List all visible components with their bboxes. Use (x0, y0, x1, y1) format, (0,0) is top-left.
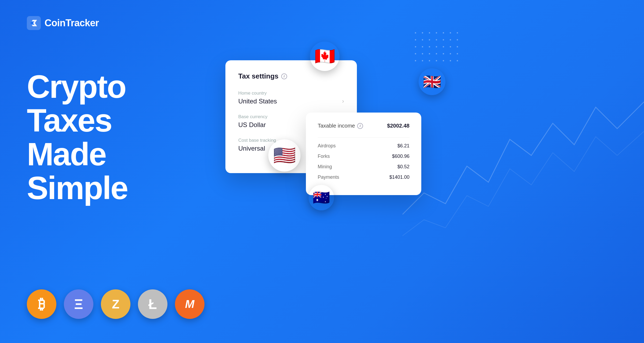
uk-flag: 🇬🇧 (419, 68, 445, 95)
home-country-row[interactable]: United States › (238, 98, 344, 105)
taxable-income-label: Taxable income (318, 123, 355, 129)
card-header: Tax settings i (238, 72, 344, 80)
brand-name: CoinTracker (45, 17, 99, 29)
logo[interactable]: CoinTracker (27, 16, 99, 30)
payments-row: Payments $1401.00 (318, 174, 409, 180)
base-currency-value: US Dollar (238, 121, 266, 129)
payments-value: $1401.00 (389, 174, 409, 180)
hero-section: Crypto Taxes Made Simple (27, 70, 209, 205)
home-country-value: United States (238, 98, 277, 105)
hero-title: Crypto Taxes Made Simple (27, 70, 209, 205)
mining-value: $0.52 (397, 164, 409, 170)
taxable-income-total: $2002.48 (387, 123, 409, 129)
cost-base-value: Universal (238, 145, 265, 152)
airdrops-label: Airdrops (318, 143, 336, 149)
home-country-field: Home country United States › (238, 91, 344, 105)
usa-flag: 🇺🇸 (268, 139, 301, 172)
dot-grid: for(let i=0;i<35;i++) document.write('<d… (415, 32, 462, 65)
crypto-icons-row: ₿ Ξ Z Ł M (27, 289, 204, 319)
payments-label: Payments (318, 174, 339, 180)
airdrops-row: Airdrops $6.21 (318, 143, 409, 149)
income-divider (318, 137, 409, 138)
forks-value: $600.96 (392, 154, 409, 159)
canada-flag: 🇨🇦 (310, 42, 339, 71)
home-country-label: Home country (238, 91, 344, 96)
mining-label: Mining (318, 164, 332, 170)
australia-flag: 🇦🇺 (309, 185, 334, 210)
bitcoin-icon: ₿ (27, 289, 56, 319)
income-header: Taxable income i $2002.48 (318, 123, 409, 129)
tax-settings-title: Tax settings (238, 72, 279, 80)
ethereum-icon: Ξ (64, 289, 93, 319)
income-title-row: Taxable income i (318, 123, 363, 129)
zcash-icon: Z (101, 289, 130, 319)
litecoin-icon: Ł (138, 289, 167, 319)
logo-icon (27, 16, 41, 30)
income-card: Taxable income i $2002.48 Airdrops $6.21… (306, 113, 421, 195)
forks-label: Forks (318, 154, 330, 159)
income-info-icon[interactable]: i (357, 123, 363, 129)
monero-icon: M (175, 289, 204, 319)
forks-row: Forks $600.96 (318, 154, 409, 159)
airdrops-value: $6.21 (397, 143, 409, 149)
mining-row: Mining $0.52 (318, 164, 409, 170)
chevron-right-icon: › (342, 98, 344, 105)
tax-settings-info-icon[interactable]: i (281, 73, 287, 79)
